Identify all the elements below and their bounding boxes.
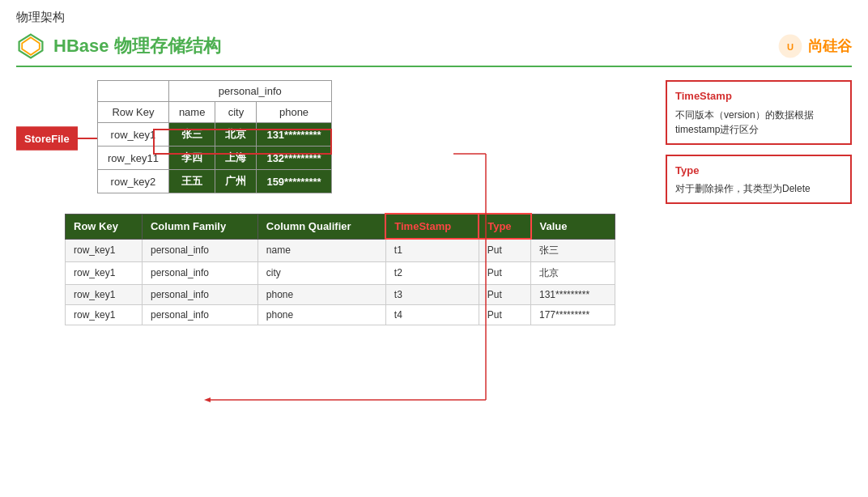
upper-table: personal_info Row Key name city phone <box>97 80 332 193</box>
svg-marker-1 <box>22 37 40 55</box>
upper-row1-name: 李四 <box>168 147 215 170</box>
lower-row3-type: Put <box>479 304 530 325</box>
lower-header-colfamily: Column Family <box>142 214 257 239</box>
lower-row2-timestamp: t3 <box>385 284 479 304</box>
annotation-timestamp-content: 不同版本（version）的数据根据timestamp进行区分 <box>675 109 814 135</box>
lower-row3-value: 177********* <box>531 304 615 325</box>
lower-row1-type: Put <box>479 261 530 284</box>
upper-row0-phone: 131********* <box>257 123 331 147</box>
header-title: HBase 物理存储结构 <box>53 34 221 58</box>
main-content: StoreFile personal_info Row Key <box>16 80 852 325</box>
lower-row3-qualifier: phone <box>257 304 385 325</box>
upper-table-phone-header: phone <box>257 102 331 123</box>
annotation-type-content: 对于删除操作，其类型为Delete <box>675 183 811 194</box>
upper-row2-city: 广州 <box>215 170 257 193</box>
lower-table: Row Key Column Family Column Qualifier T… <box>65 213 615 325</box>
upper-row2-phone: 159********* <box>257 170 331 193</box>
upper-row1-city: 上海 <box>215 147 257 170</box>
annotation-timestamp-title: TimeStamp <box>675 88 842 104</box>
upper-table-container: personal_info Row Key name city phone <box>97 80 332 193</box>
logo-text: 尚硅谷 <box>808 36 852 56</box>
logo-right: U 尚硅谷 <box>777 33 852 59</box>
lower-row0-qualifier: name <box>257 239 385 261</box>
lower-row2-type: Put <box>479 284 530 304</box>
lower-row0-type: Put <box>479 239 530 261</box>
lower-row2-family: personal_info <box>142 284 257 304</box>
left-section: StoreFile personal_info Row Key <box>16 80 649 325</box>
lower-table-row-3: row_key1 personal_info phone t4 Put 177*… <box>66 304 615 325</box>
upper-row1-phone: 132********* <box>257 147 331 170</box>
upper-table-row-0: row_key1 张三 北京 131********* <box>98 123 332 147</box>
upper-row0-name: 张三 <box>168 123 215 147</box>
storefile-label: StoreFile <box>16 127 78 151</box>
lower-row3-timestamp: t4 <box>385 304 479 325</box>
page-container: 物理架构 HBase 物理存储结构 U 尚硅谷 <box>0 0 868 497</box>
lower-header-rowkey: Row Key <box>66 214 143 239</box>
lower-header-value: Value <box>531 214 615 239</box>
lower-row1-key: row_key1 <box>66 261 143 284</box>
lower-table-wrapper: Row Key Column Family Column Qualifier T… <box>65 213 649 325</box>
annotation-timestamp: TimeStamp 不同版本（version）的数据根据timestamp进行区… <box>666 80 852 145</box>
right-section: TimeStamp 不同版本（version）的数据根据timestamp进行区… <box>666 80 852 325</box>
lower-row2-value: 131********* <box>531 284 615 304</box>
svg-marker-7 <box>204 397 211 402</box>
upper-table-row-1: row_key11 李四 上海 132********* <box>98 147 332 170</box>
upper-table-empty-header <box>98 81 169 102</box>
diamond-icon <box>16 32 45 61</box>
lower-row0-value: 张三 <box>531 239 615 261</box>
upper-table-row-2: row_key2 王五 广州 159********* <box>98 170 332 193</box>
page-title: 物理架构 <box>16 10 852 25</box>
upper-row0-key: row_key1 <box>98 123 169 147</box>
annotation-type: Type 对于删除操作，其类型为Delete <box>666 155 852 205</box>
lower-row0-key: row_key1 <box>66 239 143 261</box>
upper-table-wrapper: StoreFile personal_info Row Key <box>97 80 649 197</box>
upper-row0-city: 北京 <box>215 123 257 147</box>
lower-row1-value: 北京 <box>531 261 615 284</box>
lower-header-timestamp: TimeStamp <box>385 214 479 239</box>
lower-table-row-2: row_key1 personal_info phone t3 Put 131*… <box>66 284 615 304</box>
lower-row0-timestamp: t1 <box>385 239 479 261</box>
header-bar: HBase 物理存储结构 U 尚硅谷 <box>16 32 852 67</box>
lower-row1-timestamp: t2 <box>385 261 479 284</box>
upper-table-name-header: name <box>168 102 215 123</box>
lower-row1-family: personal_info <box>142 261 257 284</box>
upper-row2-key: row_key2 <box>98 170 169 193</box>
tables-area: StoreFile personal_info Row Key <box>16 80 649 325</box>
upper-table-city-header: city <box>215 102 257 123</box>
lower-row0-family: personal_info <box>142 239 257 261</box>
logo-icon: U <box>777 33 803 59</box>
upper-table-rowkey-header: Row Key <box>98 102 169 123</box>
lower-header-type: Type <box>479 214 530 239</box>
header-left: HBase 物理存储结构 <box>16 32 221 61</box>
lower-row2-qualifier: phone <box>257 284 385 304</box>
svg-text:U: U <box>787 42 794 52</box>
lower-row3-key: row_key1 <box>66 304 143 325</box>
lower-row2-key: row_key1 <box>66 284 143 304</box>
upper-table-col-family-header: personal_info <box>168 81 331 102</box>
upper-row2-name: 王五 <box>168 170 215 193</box>
lower-header-qualifier: Column Qualifier <box>257 214 385 239</box>
lower-table-row-1: row_key1 personal_info city t2 Put 北京 <box>66 261 615 284</box>
lower-row3-family: personal_info <box>142 304 257 325</box>
annotation-type-title: Type <box>675 163 842 179</box>
lower-table-row-0: row_key1 personal_info name t1 Put 张三 <box>66 239 615 261</box>
upper-row1-key: row_key11 <box>98 147 169 170</box>
lower-row1-qualifier: city <box>257 261 385 284</box>
